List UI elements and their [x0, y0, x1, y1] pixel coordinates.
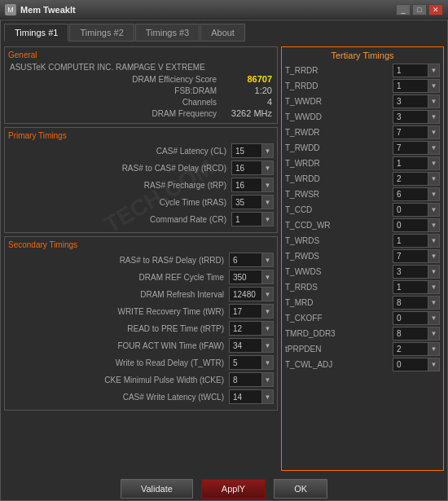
tert-dropdown-8[interactable]: 6▼	[393, 187, 440, 201]
tert-dropdown-15[interactable]: 8▼	[393, 296, 440, 310]
chevron-down-icon: ▼	[428, 80, 439, 92]
sec-label-6: Write to Read Delay (T_WTR)	[8, 358, 229, 367]
maximize-button[interactable]: □	[412, 4, 427, 15]
sec-dropdown-1[interactable]: 350 ▼	[229, 270, 274, 284]
chevron-down-icon: ▼	[428, 64, 439, 77]
tert-dropdown-3[interactable]: 3▼	[393, 110, 440, 124]
freq-value: 3262 MHz	[223, 108, 272, 118]
chevron-down-icon: ▼	[261, 270, 273, 283]
primary-row-4: Command Rate (CR) 1 ▼	[8, 212, 274, 226]
tert-label-1: T_RRDD	[285, 81, 393, 90]
tert-dropdown-9[interactable]: 0▼	[393, 203, 440, 217]
tert-dropdown-12[interactable]: 7▼	[393, 249, 440, 263]
fsb-row: FSB:DRAM 1:20	[8, 86, 274, 95]
sec-label-0: RAS# to RAS# Delay (tRRD)	[8, 256, 229, 265]
sec-row-1: DRAM REF Cycle Time 350 ▼	[8, 270, 274, 284]
primary-row-3: Cycle Time (tRAS) 35 ▼	[8, 195, 274, 209]
primary-dropdown-1[interactable]: 16 ▼	[231, 160, 274, 175]
tert-label-7: T_WRDD	[285, 174, 393, 183]
validate-button[interactable]: Validate	[121, 479, 193, 499]
tert-row-3: T_WWDD3▼	[285, 110, 440, 124]
chevron-down-icon: ▼	[261, 161, 273, 174]
sec-dropdown-4[interactable]: 12 ▼	[229, 321, 274, 336]
chevron-down-icon: ▼	[428, 250, 439, 262]
primary-dropdown-0[interactable]: 15 ▼	[231, 143, 274, 158]
sec-dropdown-2[interactable]: 12480 ▼	[229, 287, 274, 301]
chevron-down-icon: ▼	[261, 373, 273, 386]
tertiary-rows: T_RRDR1▼T_RRDD1▼T_WWDR3▼T_WWDD3▼T_RWDR7▼…	[285, 64, 440, 371]
chevron-down-icon: ▼	[261, 178, 273, 191]
tert-dropdown-17[interactable]: 8▼	[393, 327, 440, 341]
tert-dropdown-4[interactable]: 7▼	[393, 125, 440, 139]
tert-label-2: T_WWDR	[285, 97, 393, 106]
primary-dropdown-4[interactable]: 1 ▼	[231, 212, 274, 226]
chevron-down-icon: ▼	[261, 305, 273, 318]
tert-label-15: T_MRD	[285, 298, 393, 307]
minimize-button[interactable]: _	[396, 4, 411, 15]
tert-row-11: T_WRDS1▼	[285, 234, 440, 248]
tert-dropdown-5[interactable]: 7▼	[393, 141, 440, 155]
tert-dropdown-7[interactable]: 2▼	[393, 172, 440, 186]
sec-dropdown-5[interactable]: 34 ▼	[229, 338, 274, 353]
chevron-down-icon: ▼	[428, 95, 439, 108]
general-section: General ASUSTeK COMPUTER INC. RAMPAGE V …	[4, 46, 278, 124]
tert-dropdown-6[interactable]: 1▼	[393, 156, 440, 170]
tert-label-19: T_CWL_ADJ	[285, 360, 393, 369]
left-panel: General ASUSTeK COMPUTER INC. RAMPAGE V …	[4, 46, 278, 471]
sec-dropdown-7[interactable]: 8 ▼	[229, 372, 274, 387]
primary-label-0: CAS# Latency (CL)	[8, 147, 231, 156]
tert-dropdown-2[interactable]: 3▼	[393, 94, 440, 108]
tert-label-17: TMRD_DDR3	[285, 329, 393, 338]
chevron-down-icon: ▼	[261, 356, 273, 369]
chevron-down-icon: ▼	[428, 219, 439, 231]
tert-row-16: T_CKOFF0▼	[285, 311, 440, 325]
general-title: General	[8, 51, 274, 59]
sec-dropdown-3[interactable]: 17 ▼	[229, 304, 274, 319]
chevron-down-icon: ▼	[428, 142, 439, 154]
sec-row-6: Write to Read Delay (T_WTR) 5 ▼	[8, 355, 274, 370]
main-window: TECH.COM Timings #1 Timings #2 Timings #…	[0, 20, 448, 501]
primary-dropdown-3[interactable]: 35 ▼	[231, 195, 274, 209]
tert-label-8: T_RWSR	[285, 190, 393, 199]
tert-label-0: T_RRDR	[285, 66, 393, 75]
tert-dropdown-13[interactable]: 3▼	[393, 265, 440, 279]
tertiary-timings-title: Tertiary Timings	[285, 51, 440, 60]
tert-dropdown-18[interactable]: 2▼	[393, 342, 440, 356]
tert-row-13: T_WWDS3▼	[285, 265, 440, 279]
chevron-down-icon: ▼	[428, 188, 439, 200]
apply-button[interactable]: ApplY	[201, 479, 266, 499]
tert-dropdown-11[interactable]: 1▼	[393, 234, 440, 248]
tab-timings1[interactable]: Timings #1	[4, 24, 68, 42]
tert-dropdown-0[interactable]: 1▼	[393, 64, 440, 77]
tert-label-12: T_RWDS	[285, 252, 393, 261]
tert-dropdown-1[interactable]: 1▼	[393, 79, 440, 93]
freq-row: DRAM Frequency 3262 MHz	[8, 108, 274, 118]
primary-label-1: RAS# to CAS# Delay (tRCD)	[8, 164, 231, 173]
sec-label-5: FOUR ACT WIN Time (tFAW)	[8, 341, 229, 350]
tert-dropdown-19[interactable]: 0▼	[393, 358, 440, 371]
sec-row-0: RAS# to RAS# Delay (tRRD) 6 ▼	[8, 253, 274, 267]
tert-label-13: T_WWDS	[285, 267, 393, 276]
tab-timings3[interactable]: Timings #3	[135, 24, 200, 42]
tert-row-5: T_RWDD7▼	[285, 141, 440, 155]
tert-label-16: T_CKOFF	[285, 314, 393, 323]
sec-dropdown-8[interactable]: 14 ▼	[229, 389, 274, 404]
ok-button[interactable]: OK	[274, 479, 327, 499]
tert-dropdown-14[interactable]: 1▼	[393, 280, 440, 294]
chevron-down-icon: ▼	[428, 126, 439, 138]
sec-label-1: DRAM REF Cycle Time	[8, 273, 229, 282]
chevron-down-icon: ▼	[428, 157, 439, 169]
chevron-down-icon: ▼	[261, 196, 273, 209]
tert-label-4: T_RWDR	[285, 128, 393, 137]
freq-label: DRAM Frequency	[152, 109, 217, 118]
tab-bar: Timings #1 Timings #2 Timings #3 About	[4, 24, 444, 42]
tab-timings2[interactable]: Timings #2	[69, 24, 134, 42]
tert-dropdown-16[interactable]: 0▼	[393, 311, 440, 325]
tert-dropdown-10[interactable]: 0▼	[393, 218, 440, 232]
sec-dropdown-0[interactable]: 6 ▼	[229, 253, 274, 267]
tab-about[interactable]: About	[200, 24, 245, 42]
sec-row-4: READ to PRE Time (tRTP) 12 ▼	[8, 321, 274, 336]
close-button[interactable]: ✕	[428, 4, 443, 15]
sec-dropdown-6[interactable]: 5 ▼	[229, 355, 274, 370]
primary-dropdown-2[interactable]: 16 ▼	[231, 178, 274, 192]
